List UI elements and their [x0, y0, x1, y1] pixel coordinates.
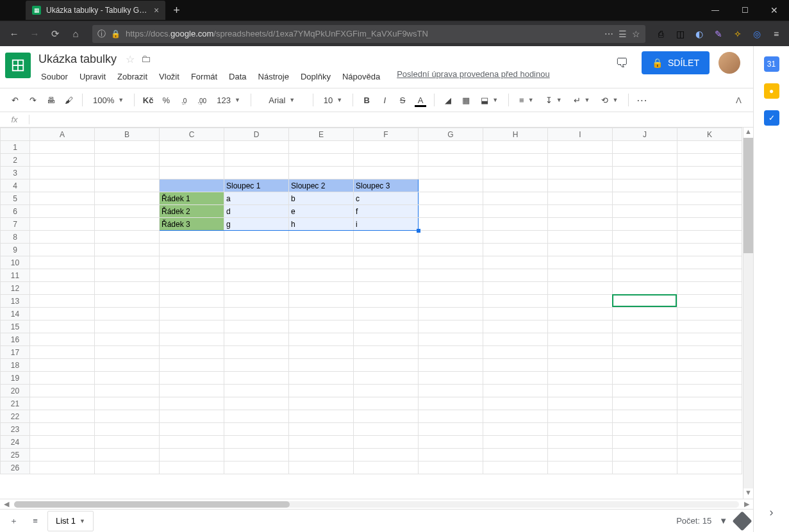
url-bar[interactable]: ⓘ 🔒 https://docs.google.com/spreadsheets…: [92, 25, 645, 43]
cell-A26[interactable]: [30, 461, 95, 474]
cell-I21[interactable]: [548, 397, 613, 410]
strike-icon[interactable]: S: [394, 92, 411, 108]
cell-A13[interactable]: [30, 295, 95, 308]
cell-J24[interactable]: [613, 436, 677, 449]
cell-J4[interactable]: [613, 179, 677, 192]
cell-D6[interactable]: d: [224, 205, 289, 218]
cell-J11[interactable]: [613, 269, 677, 282]
cell-I11[interactable]: [548, 269, 613, 282]
cell-H7[interactable]: [483, 218, 548, 231]
cell-B9[interactable]: [95, 244, 160, 256]
cell-H1[interactable]: [483, 141, 548, 154]
h-scroll-thumb[interactable]: [14, 501, 290, 508]
cell-B24[interactable]: [95, 436, 160, 449]
cell-A10[interactable]: [30, 256, 95, 269]
cell-B21[interactable]: [95, 397, 160, 410]
cell-D24[interactable]: [224, 436, 289, 449]
cell-E21[interactable]: [289, 397, 354, 410]
cell-B18[interactable]: [95, 359, 160, 372]
fill-color-icon[interactable]: ◢: [440, 92, 456, 108]
cell-D4[interactable]: Sloupec 1: [224, 179, 289, 192]
print-icon[interactable]: 🖶: [42, 92, 59, 108]
bookmark-icon[interactable]: ☆: [632, 29, 640, 39]
nav-back[interactable]: ←: [5, 25, 23, 43]
cell-B23[interactable]: [95, 423, 160, 436]
cell-A14[interactable]: [30, 308, 95, 320]
cell-E10[interactable]: [289, 256, 354, 269]
cell-J13[interactable]: [613, 295, 677, 308]
cell-H2[interactable]: [483, 154, 548, 167]
cell-J23[interactable]: [613, 423, 677, 436]
v-scroll-thumb[interactable]: [743, 138, 753, 253]
nav-reload[interactable]: ⟳: [46, 25, 64, 43]
row-header-5[interactable]: 5: [1, 192, 30, 205]
cell-I3[interactable]: [548, 167, 613, 179]
cell-I8[interactable]: [548, 231, 613, 244]
cell-D14[interactable]: [224, 308, 289, 320]
cell-E6[interactable]: e: [289, 205, 354, 218]
cell-E11[interactable]: [289, 269, 354, 282]
cell-I10[interactable]: [548, 256, 613, 269]
fx-label[interactable]: fx: [0, 115, 29, 124]
cell-E12[interactable]: [289, 282, 354, 295]
cell-E3[interactable]: [289, 167, 354, 179]
cell-G15[interactable]: [419, 320, 483, 333]
cell-H11[interactable]: [483, 269, 548, 282]
cell-K25[interactable]: [677, 449, 742, 461]
cell-C26[interactable]: [160, 461, 224, 474]
cell-A1[interactable]: [30, 141, 95, 154]
cell-C15[interactable]: [160, 320, 224, 333]
collapse-toolbar-icon[interactable]: ᐱ: [730, 92, 747, 108]
cell-K19[interactable]: [677, 372, 742, 385]
cell-K21[interactable]: [677, 397, 742, 410]
menu-nastroje[interactable]: Nástroje: [253, 69, 294, 84]
cell-E18[interactable]: [289, 359, 354, 372]
sheet-tab[interactable]: List 1 ▼: [47, 511, 94, 531]
cell-C17[interactable]: [160, 346, 224, 359]
cell-D19[interactable]: [224, 372, 289, 385]
cell-H13[interactable]: [483, 295, 548, 308]
cell-E13[interactable]: [289, 295, 354, 308]
cell-B14[interactable]: [95, 308, 160, 320]
ext-icon-1[interactable]: ◐: [692, 26, 707, 42]
cell-J2[interactable]: [613, 154, 677, 167]
cell-I1[interactable]: [548, 141, 613, 154]
cell-G9[interactable]: [419, 244, 483, 256]
cell-K15[interactable]: [677, 320, 742, 333]
text-color-icon[interactable]: A: [412, 92, 429, 108]
cell-I26[interactable]: [548, 461, 613, 474]
cell-A24[interactable]: [30, 436, 95, 449]
cell-D9[interactable]: [224, 244, 289, 256]
cell-D22[interactable]: [224, 410, 289, 423]
cell-F8[interactable]: [354, 231, 419, 244]
cell-G22[interactable]: [419, 410, 483, 423]
col-header-G[interactable]: G: [419, 128, 483, 141]
ext-sidebar-icon[interactable]: ◫: [672, 26, 688, 42]
cell-I25[interactable]: [548, 449, 613, 461]
cell-K23[interactable]: [677, 423, 742, 436]
cell-K8[interactable]: [677, 231, 742, 244]
cell-E5[interactable]: b: [289, 192, 354, 205]
cell-J15[interactable]: [613, 320, 677, 333]
cell-H10[interactable]: [483, 256, 548, 269]
cell-G26[interactable]: [419, 461, 483, 474]
col-header-I[interactable]: I: [548, 128, 613, 141]
cell-B15[interactable]: [95, 320, 160, 333]
cell-I18[interactable]: [548, 359, 613, 372]
cell-F10[interactable]: [354, 256, 419, 269]
cell-C3[interactable]: [160, 167, 224, 179]
cell-C8[interactable]: [160, 231, 224, 244]
cell-F23[interactable]: [354, 423, 419, 436]
cell-J14[interactable]: [613, 308, 677, 320]
cell-H16[interactable]: [483, 333, 548, 346]
cell-B22[interactable]: [95, 410, 160, 423]
page-actions-icon[interactable]: ⋯: [604, 29, 613, 39]
cell-B10[interactable]: [95, 256, 160, 269]
row-header-22[interactable]: 22: [1, 410, 30, 423]
cell-G18[interactable]: [419, 359, 483, 372]
col-header-C[interactable]: C: [160, 128, 224, 141]
cell-H9[interactable]: [483, 244, 548, 256]
cell-J12[interactable]: [613, 282, 677, 295]
cell-J5[interactable]: [613, 192, 677, 205]
cell-J18[interactable]: [613, 359, 677, 372]
